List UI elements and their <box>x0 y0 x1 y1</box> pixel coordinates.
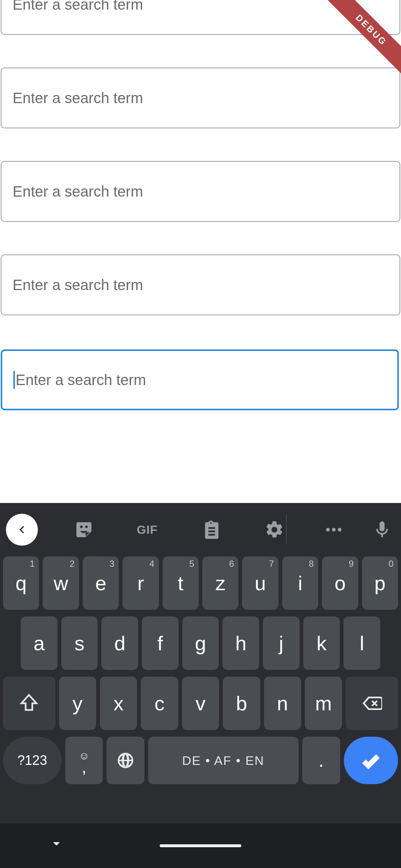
key-h[interactable]: h <box>222 617 259 670</box>
search-placeholder: Enter a search term <box>13 0 143 13</box>
backspace-icon <box>362 693 382 713</box>
key-symbols[interactable]: ?123 <box>3 737 62 784</box>
key-k[interactable]: k <box>303 617 340 670</box>
keyboard-row-bottom: ?123 ☺ , DE • AF • EN . <box>3 737 398 784</box>
svg-point-1 <box>332 528 336 532</box>
key-l[interactable]: l <box>343 617 380 670</box>
voice-input-button[interactable] <box>369 517 395 543</box>
keyboard-toolbar: GIF <box>0 503 401 556</box>
key-period[interactable]: . <box>302 737 340 784</box>
home-indicator[interactable] <box>160 844 241 847</box>
search-placeholder: Enter a search term <box>13 90 143 106</box>
key-r[interactable]: 4r <box>123 556 159 610</box>
microphone-icon <box>372 520 392 540</box>
search-placeholder: Enter a search term <box>16 372 146 388</box>
key-z[interactable]: 6z <box>202 556 238 610</box>
more-horizontal-icon <box>324 520 344 540</box>
key-j[interactable]: j <box>263 617 300 670</box>
toolbar-divider <box>286 515 287 545</box>
chevron-left-icon <box>14 522 29 537</box>
key-q[interactable]: 1q <box>3 556 39 610</box>
keyboard-row-3: yxcvbnm <box>3 677 398 730</box>
key-d[interactable]: d <box>101 617 138 670</box>
key-b[interactable]: b <box>223 677 260 730</box>
key-y[interactable]: y <box>59 677 96 730</box>
key-p[interactable]: 0p <box>362 556 398 610</box>
search-field-3[interactable]: Enter a search term <box>1 161 400 222</box>
key-v[interactable]: v <box>182 677 219 730</box>
check-icon <box>361 750 381 771</box>
key-enter[interactable] <box>344 737 398 784</box>
text-caret <box>13 371 15 389</box>
search-field-focused[interactable]: Enter a search term <box>1 349 399 410</box>
navigation-bar <box>0 823 401 868</box>
app-content-area: 17:19 100 % DEBUG Enter a search term En… <box>0 0 401 503</box>
settings-button[interactable] <box>261 517 287 543</box>
search-field-2[interactable]: Enter a search term <box>1 68 400 128</box>
globe-icon <box>116 751 135 770</box>
key-g[interactable]: g <box>182 617 219 670</box>
key-language-switch[interactable] <box>107 737 144 784</box>
key-s[interactable]: s <box>61 617 98 670</box>
key-x[interactable]: x <box>100 677 137 730</box>
key-w[interactable]: 2w <box>43 556 79 610</box>
key-shift[interactable] <box>3 677 55 730</box>
more-button[interactable] <box>321 517 347 543</box>
keyboard-collapse-button[interactable] <box>6 514 38 546</box>
chevron-down-icon <box>48 835 65 852</box>
key-f[interactable]: f <box>142 617 179 670</box>
key-space[interactable]: DE • AF • EN <box>148 737 299 784</box>
shift-icon <box>19 693 39 713</box>
key-a[interactable]: a <box>21 617 58 670</box>
key-emoji-comma[interactable]: ☺ , <box>65 737 103 784</box>
key-backspace[interactable] <box>346 677 398 730</box>
search-field-1[interactable]: Enter a search term <box>1 0 400 35</box>
keyboard-row-2: asdfghjkl <box>3 617 398 670</box>
key-i[interactable]: 8i <box>282 556 318 610</box>
key-t[interactable]: 5t <box>163 556 199 610</box>
soft-keyboard: GIF 1q2w3e4r5t6z7u8i9o0p asdfghjkl yxcvb… <box>0 503 401 868</box>
clipboard-icon <box>201 520 221 540</box>
comma-label: , <box>82 763 86 771</box>
svg-point-0 <box>326 528 330 532</box>
sticker-icon <box>74 520 94 540</box>
key-c[interactable]: c <box>141 677 178 730</box>
key-n[interactable]: n <box>264 677 301 730</box>
key-e[interactable]: 3e <box>83 556 119 610</box>
gif-label: GIF <box>137 523 157 537</box>
hide-keyboard-button[interactable] <box>48 835 65 853</box>
key-o[interactable]: 9o <box>322 556 358 610</box>
key-u[interactable]: 7u <box>242 556 278 610</box>
gif-button[interactable]: GIF <box>134 517 160 543</box>
search-placeholder: Enter a search term <box>13 183 143 200</box>
clipboard-button[interactable] <box>198 517 224 543</box>
sticker-button[interactable] <box>71 517 97 543</box>
svg-point-2 <box>338 528 342 532</box>
key-m[interactable]: m <box>305 677 342 730</box>
keyboard-row-1: 1q2w3e4r5t6z7u8i9o0p <box>3 556 398 610</box>
gear-icon <box>264 520 284 540</box>
